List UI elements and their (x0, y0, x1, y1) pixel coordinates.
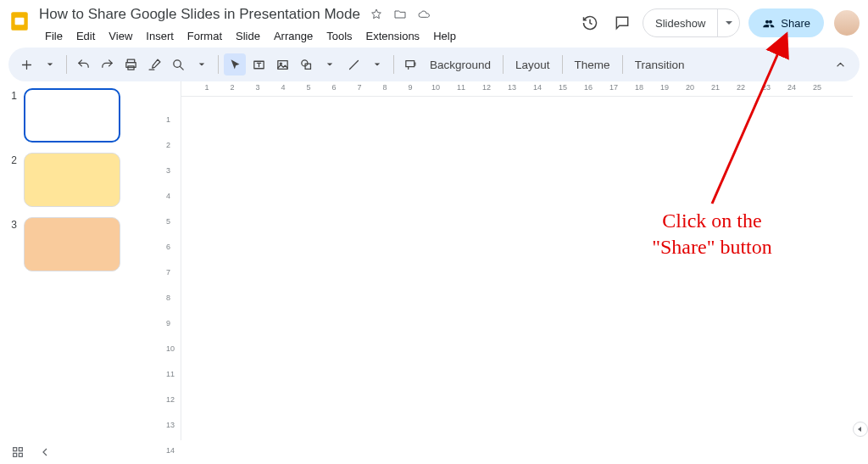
ruler-tick: 13 (508, 83, 516, 92)
line-tool[interactable] (342, 53, 364, 75)
svg-rect-7 (277, 60, 287, 69)
menu-slide[interactable]: Slide (230, 27, 266, 45)
thumbnail-number: 2 (5, 153, 17, 166)
comment-tool[interactable] (399, 53, 421, 75)
ruler-tick: 10 (166, 344, 175, 353)
right-scroll-gutter (853, 81, 868, 440)
ruler-tick: 9 (408, 83, 412, 92)
history-icon[interactable] (578, 11, 602, 35)
ruler-tick: 20 (686, 83, 694, 92)
thumbnail-row-2[interactable]: 2 (5, 153, 120, 207)
svg-rect-1 (15, 18, 25, 25)
line-dropdown[interactable] (366, 53, 388, 75)
svg-point-9 (301, 59, 307, 65)
transition-button[interactable]: Transition (628, 53, 692, 75)
new-slide-button[interactable] (15, 53, 37, 75)
image-tool[interactable] (271, 53, 293, 75)
slideshow-button[interactable]: Slideshow (643, 9, 717, 36)
menu-insert[interactable]: Insert (140, 27, 180, 45)
shape-tool[interactable] (295, 53, 317, 75)
ruler-tick: 14 (166, 446, 175, 455)
menu-view[interactable]: View (103, 27, 138, 45)
menu-help[interactable]: Help (427, 27, 462, 45)
thumbnail-number: 3 (5, 217, 17, 231)
ruler-tick: 2 (230, 83, 234, 92)
svg-rect-15 (19, 453, 22, 456)
ruler-tick: 14 (533, 83, 542, 92)
cloud-status-icon[interactable] (416, 7, 431, 22)
ruler-tick: 17 (609, 83, 618, 92)
ruler-tick: 11 (457, 83, 465, 92)
star-icon[interactable] (369, 7, 384, 22)
svg-rect-13 (19, 448, 22, 451)
ruler-tick: 12 (482, 83, 491, 92)
zoom-button[interactable] (167, 53, 189, 75)
ruler-tick: 23 (762, 83, 771, 92)
print-button[interactable] (120, 53, 142, 75)
slide-canvas[interactable] (181, 97, 853, 440)
ruler-tick: 25 (813, 83, 821, 92)
shape-dropdown[interactable] (319, 53, 341, 75)
thumbnail-panel: 1 2 3 (0, 81, 164, 440)
ruler-tick: 1 (166, 115, 170, 124)
toolbar: Background Layout Theme Transition (8, 48, 860, 81)
grid-view-button[interactable] (10, 444, 25, 460)
slideshow-button-group: Slideshow (643, 8, 740, 37)
ruler-tick: 3 (255, 83, 259, 92)
layout-button[interactable]: Layout (509, 53, 557, 75)
ruler-tick: 6 (331, 83, 336, 92)
background-button[interactable]: Background (423, 53, 498, 75)
svg-rect-11 (405, 60, 414, 66)
menu-file[interactable]: File (39, 27, 69, 45)
collapse-toolbar-button[interactable] (829, 53, 851, 75)
footer-bar (0, 440, 868, 464)
ruler-tick: 4 (281, 83, 285, 92)
ruler-tick: 21 (711, 83, 720, 92)
slides-logo-icon[interactable] (8, 7, 31, 36)
share-button-label: Share (781, 17, 810, 30)
new-slide-dropdown[interactable] (39, 53, 61, 75)
ruler-tick: 11 (166, 370, 175, 378)
thumbnail-row-3[interactable]: 3 (5, 217, 120, 271)
ruler-tick: 5 (306, 83, 310, 92)
prev-slide-button[interactable] (37, 444, 53, 460)
theme-button[interactable]: Theme (568, 53, 617, 75)
ruler-tick: 24 (787, 83, 796, 92)
slideshow-dropdown[interactable] (717, 9, 739, 36)
svg-rect-14 (14, 453, 17, 456)
comments-icon[interactable] (610, 11, 634, 35)
explore-button[interactable] (853, 422, 868, 437)
thumbnail-number: 1 (5, 88, 17, 102)
redo-button[interactable] (96, 53, 118, 75)
thumbnail-slide-2[interactable] (24, 153, 120, 207)
menu-format[interactable]: Format (181, 27, 228, 45)
thumbnail-row-1[interactable]: 1 (5, 88, 120, 143)
ruler-tick: 16 (584, 83, 593, 92)
svg-point-8 (280, 63, 281, 64)
ruler-tick: 8 (166, 293, 170, 302)
menu-extensions[interactable]: Extensions (360, 27, 426, 45)
share-button[interactable]: Share (748, 8, 824, 37)
undo-button[interactable] (72, 53, 94, 75)
zoom-dropdown[interactable] (191, 53, 213, 75)
svg-rect-4 (127, 65, 133, 69)
menu-tools[interactable]: Tools (320, 27, 358, 45)
select-tool[interactable] (224, 53, 246, 75)
ruler-tick: 4 (166, 192, 170, 200)
horizontal-ruler: 1 2 3 4 5 6 7 8 9 10 11 12 13 14 15 16 1… (181, 81, 853, 97)
thumbnail-slide-3[interactable] (24, 217, 120, 271)
ruler-tick: 1 (204, 83, 209, 92)
textbox-tool[interactable] (248, 53, 270, 75)
ruler-tick: 9 (166, 319, 170, 327)
account-avatar[interactable] (834, 10, 860, 36)
vertical-ruler: 1 2 3 4 5 6 7 8 9 10 11 12 13 14 (164, 81, 181, 440)
ruler-tick: 7 (166, 268, 170, 277)
menu-arrange[interactable]: Arrange (268, 27, 319, 45)
thumbnail-slide-1[interactable] (24, 88, 120, 143)
ruler-tick: 13 (166, 421, 175, 429)
move-icon[interactable] (392, 7, 408, 22)
document-title[interactable]: How to Share Google Slides in Presentati… (39, 6, 360, 23)
menu-edit[interactable]: Edit (70, 27, 101, 45)
paint-format-button[interactable] (143, 53, 165, 75)
ruler-tick: 19 (660, 83, 669, 92)
